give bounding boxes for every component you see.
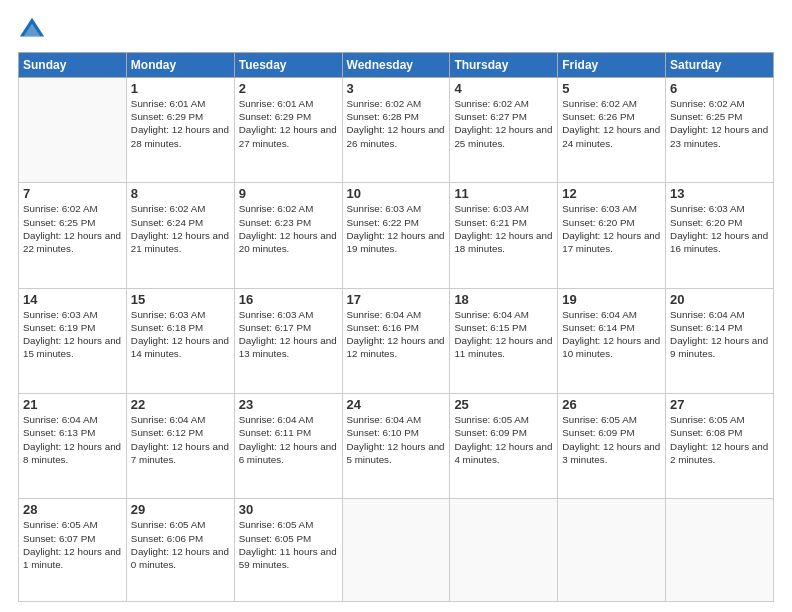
calendar-cell: 15Sunrise: 6:03 AM Sunset: 6:18 PM Dayli… [126,288,234,393]
day-number: 10 [347,186,446,201]
calendar-week-4: 28Sunrise: 6:05 AM Sunset: 6:07 PM Dayli… [19,499,774,602]
day-number: 23 [239,397,338,412]
day-number: 7 [23,186,122,201]
day-info: Sunrise: 6:05 AM Sunset: 6:09 PM Dayligh… [454,413,553,466]
calendar-cell: 24Sunrise: 6:04 AM Sunset: 6:10 PM Dayli… [342,394,450,499]
calendar-cell: 1Sunrise: 6:01 AM Sunset: 6:29 PM Daylig… [126,78,234,183]
calendar-week-0: 1Sunrise: 6:01 AM Sunset: 6:29 PM Daylig… [19,78,774,183]
day-number: 1 [131,81,230,96]
day-info: Sunrise: 6:05 AM Sunset: 6:07 PM Dayligh… [23,518,122,571]
calendar-cell: 23Sunrise: 6:04 AM Sunset: 6:11 PM Dayli… [234,394,342,499]
calendar-cell: 22Sunrise: 6:04 AM Sunset: 6:12 PM Dayli… [126,394,234,499]
day-number: 29 [131,502,230,517]
day-info: Sunrise: 6:04 AM Sunset: 6:14 PM Dayligh… [562,308,661,361]
day-number: 6 [670,81,769,96]
calendar-cell: 9Sunrise: 6:02 AM Sunset: 6:23 PM Daylig… [234,183,342,288]
day-info: Sunrise: 6:03 AM Sunset: 6:17 PM Dayligh… [239,308,338,361]
day-number: 15 [131,292,230,307]
calendar-cell: 17Sunrise: 6:04 AM Sunset: 6:16 PM Dayli… [342,288,450,393]
calendar-cell [666,499,774,602]
day-info: Sunrise: 6:02 AM Sunset: 6:26 PM Dayligh… [562,97,661,150]
day-number: 14 [23,292,122,307]
page: SundayMondayTuesdayWednesdayThursdayFrid… [0,0,792,612]
calendar-header-thursday: Thursday [450,53,558,78]
calendar-cell [558,499,666,602]
day-number: 16 [239,292,338,307]
day-info: Sunrise: 6:05 AM Sunset: 6:05 PM Dayligh… [239,518,338,571]
day-info: Sunrise: 6:02 AM Sunset: 6:23 PM Dayligh… [239,202,338,255]
day-number: 5 [562,81,661,96]
day-number: 19 [562,292,661,307]
day-info: Sunrise: 6:03 AM Sunset: 6:21 PM Dayligh… [454,202,553,255]
day-info: Sunrise: 6:02 AM Sunset: 6:27 PM Dayligh… [454,97,553,150]
calendar-week-1: 7Sunrise: 6:02 AM Sunset: 6:25 PM Daylig… [19,183,774,288]
day-info: Sunrise: 6:04 AM Sunset: 6:12 PM Dayligh… [131,413,230,466]
calendar-week-2: 14Sunrise: 6:03 AM Sunset: 6:19 PM Dayli… [19,288,774,393]
day-number: 22 [131,397,230,412]
day-number: 26 [562,397,661,412]
day-info: Sunrise: 6:04 AM Sunset: 6:15 PM Dayligh… [454,308,553,361]
day-number: 17 [347,292,446,307]
calendar-cell: 27Sunrise: 6:05 AM Sunset: 6:08 PM Dayli… [666,394,774,499]
day-info: Sunrise: 6:02 AM Sunset: 6:28 PM Dayligh… [347,97,446,150]
day-number: 13 [670,186,769,201]
calendar-cell: 29Sunrise: 6:05 AM Sunset: 6:06 PM Dayli… [126,499,234,602]
day-number: 18 [454,292,553,307]
calendar-cell: 10Sunrise: 6:03 AM Sunset: 6:22 PM Dayli… [342,183,450,288]
calendar-cell: 28Sunrise: 6:05 AM Sunset: 6:07 PM Dayli… [19,499,127,602]
calendar-cell [19,78,127,183]
day-number: 28 [23,502,122,517]
day-number: 4 [454,81,553,96]
logo [18,16,50,44]
calendar-header-wednesday: Wednesday [342,53,450,78]
day-info: Sunrise: 6:03 AM Sunset: 6:20 PM Dayligh… [670,202,769,255]
day-info: Sunrise: 6:04 AM Sunset: 6:10 PM Dayligh… [347,413,446,466]
calendar-cell [450,499,558,602]
day-number: 27 [670,397,769,412]
day-info: Sunrise: 6:03 AM Sunset: 6:20 PM Dayligh… [562,202,661,255]
calendar-cell: 30Sunrise: 6:05 AM Sunset: 6:05 PM Dayli… [234,499,342,602]
calendar-header-sunday: Sunday [19,53,127,78]
day-number: 2 [239,81,338,96]
calendar-cell: 18Sunrise: 6:04 AM Sunset: 6:15 PM Dayli… [450,288,558,393]
day-number: 8 [131,186,230,201]
calendar: SundayMondayTuesdayWednesdayThursdayFrid… [18,52,774,602]
day-info: Sunrise: 6:05 AM Sunset: 6:09 PM Dayligh… [562,413,661,466]
calendar-cell: 21Sunrise: 6:04 AM Sunset: 6:13 PM Dayli… [19,394,127,499]
logo-icon [18,16,46,44]
day-number: 21 [23,397,122,412]
day-info: Sunrise: 6:03 AM Sunset: 6:18 PM Dayligh… [131,308,230,361]
calendar-cell: 19Sunrise: 6:04 AM Sunset: 6:14 PM Dayli… [558,288,666,393]
calendar-cell: 20Sunrise: 6:04 AM Sunset: 6:14 PM Dayli… [666,288,774,393]
day-number: 20 [670,292,769,307]
day-number: 3 [347,81,446,96]
day-info: Sunrise: 6:04 AM Sunset: 6:14 PM Dayligh… [670,308,769,361]
calendar-cell: 8Sunrise: 6:02 AM Sunset: 6:24 PM Daylig… [126,183,234,288]
calendar-cell: 3Sunrise: 6:02 AM Sunset: 6:28 PM Daylig… [342,78,450,183]
calendar-cell: 13Sunrise: 6:03 AM Sunset: 6:20 PM Dayli… [666,183,774,288]
day-number: 12 [562,186,661,201]
calendar-cell: 5Sunrise: 6:02 AM Sunset: 6:26 PM Daylig… [558,78,666,183]
calendar-header-row: SundayMondayTuesdayWednesdayThursdayFrid… [19,53,774,78]
calendar-cell: 26Sunrise: 6:05 AM Sunset: 6:09 PM Dayli… [558,394,666,499]
calendar-cell: 12Sunrise: 6:03 AM Sunset: 6:20 PM Dayli… [558,183,666,288]
calendar-header-tuesday: Tuesday [234,53,342,78]
day-number: 24 [347,397,446,412]
day-info: Sunrise: 6:05 AM Sunset: 6:08 PM Dayligh… [670,413,769,466]
calendar-cell: 6Sunrise: 6:02 AM Sunset: 6:25 PM Daylig… [666,78,774,183]
calendar-header-monday: Monday [126,53,234,78]
header [18,16,774,44]
calendar-cell: 4Sunrise: 6:02 AM Sunset: 6:27 PM Daylig… [450,78,558,183]
day-info: Sunrise: 6:04 AM Sunset: 6:13 PM Dayligh… [23,413,122,466]
calendar-week-3: 21Sunrise: 6:04 AM Sunset: 6:13 PM Dayli… [19,394,774,499]
day-info: Sunrise: 6:04 AM Sunset: 6:11 PM Dayligh… [239,413,338,466]
calendar-cell: 14Sunrise: 6:03 AM Sunset: 6:19 PM Dayli… [19,288,127,393]
calendar-header-saturday: Saturday [666,53,774,78]
day-info: Sunrise: 6:02 AM Sunset: 6:25 PM Dayligh… [23,202,122,255]
calendar-cell: 25Sunrise: 6:05 AM Sunset: 6:09 PM Dayli… [450,394,558,499]
calendar-cell: 7Sunrise: 6:02 AM Sunset: 6:25 PM Daylig… [19,183,127,288]
day-info: Sunrise: 6:05 AM Sunset: 6:06 PM Dayligh… [131,518,230,571]
day-info: Sunrise: 6:02 AM Sunset: 6:24 PM Dayligh… [131,202,230,255]
day-info: Sunrise: 6:04 AM Sunset: 6:16 PM Dayligh… [347,308,446,361]
day-info: Sunrise: 6:01 AM Sunset: 6:29 PM Dayligh… [131,97,230,150]
